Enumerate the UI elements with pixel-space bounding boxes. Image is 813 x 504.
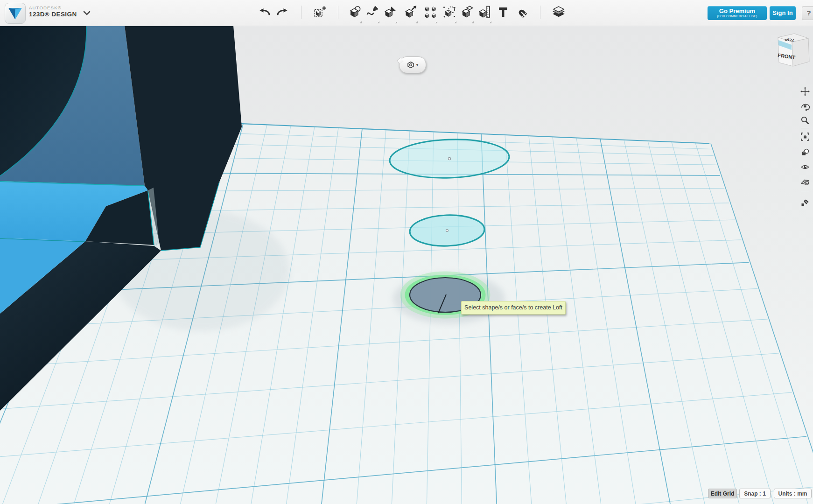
fit-icon[interactable] — [800, 132, 810, 141]
grid-visibility-icon[interactable] — [800, 177, 810, 187]
view-cube[interactable]: TOP FRONT — [765, 28, 813, 75]
hide-show-eye-icon[interactable] — [800, 162, 810, 172]
go-premium-sub: (FOR COMMERCIAL USE) — [708, 14, 767, 18]
sign-in-button[interactable]: Sign In — [770, 6, 796, 20]
loft-options-bubble[interactable]: ▾ — [399, 56, 426, 73]
chevron-down-icon: ▾ — [416, 63, 419, 67]
snap-setting-button[interactable]: Snap : 1 — [739, 489, 771, 498]
snap-toggle-icon[interactable] — [800, 197, 810, 207]
construct-icon[interactable] — [383, 5, 397, 19]
circle-center-point — [448, 157, 450, 160]
loft-tooltip: Select shape/s or face/s to create Loft — [461, 301, 566, 315]
dropdown-mark — [359, 21, 362, 23]
dropdown-mark — [435, 21, 437, 23]
primitives-icon[interactable] — [348, 5, 362, 19]
viewport-3d[interactable] — [0, 0, 813, 504]
dropdown-mark — [415, 21, 418, 23]
dropdown-mark — [377, 21, 379, 23]
dropdown-mark — [489, 21, 491, 23]
toolbar-divider — [301, 6, 301, 19]
material-icon[interactable] — [800, 148, 810, 157]
snap-icon[interactable] — [514, 5, 528, 19]
orbit-icon[interactable] — [800, 102, 810, 111]
toolbar-divider — [801, 128, 809, 128]
go-premium-label: Go Premium — [708, 7, 767, 14]
app-logo[interactable] — [5, 3, 26, 24]
undo-icon[interactable] — [258, 5, 272, 19]
combine-icon[interactable] — [460, 5, 474, 19]
pan-icon[interactable] — [800, 87, 810, 96]
materials-icon[interactable] — [552, 5, 566, 19]
units-setting-button[interactable]: Units : mm — [774, 489, 812, 498]
measure-icon[interactable] — [477, 5, 491, 19]
transform-move-icon[interactable] — [313, 5, 327, 19]
sketch-icon[interactable] — [365, 5, 379, 19]
dropdown-mark — [395, 21, 397, 23]
dropdown-mark — [454, 21, 456, 23]
brand-text: AUTODESK® 123D® DESIGN — [29, 6, 77, 18]
go-premium-button[interactable]: Go Premium (FOR COMMERCIAL USE) — [708, 6, 767, 20]
dropdown-mark — [471, 21, 474, 23]
modify-icon[interactable] — [404, 5, 418, 19]
toolbar-divider — [338, 6, 338, 19]
123d-logo-icon — [5, 3, 25, 23]
text-icon[interactable] — [496, 5, 510, 19]
redo-icon[interactable] — [275, 5, 289, 19]
brand-product: 123D® DESIGN — [29, 11, 77, 18]
app-header: AUTODESK® 123D® DESIGN — [0, 0, 813, 26]
app-menu-chevron-icon[interactable] — [83, 10, 91, 16]
brand-autodesk: AUTODESK® — [29, 6, 77, 11]
toolbar-divider — [540, 6, 540, 19]
view-cube-right-face[interactable] — [792, 38, 809, 66]
zoom-icon[interactable] — [800, 116, 810, 125]
loft-options-hexagon-icon — [407, 61, 414, 69]
edit-grid-button[interactable]: Edit Grid — [708, 489, 737, 498]
help-button[interactable]: ? — [802, 6, 813, 20]
circle-center-point — [446, 230, 449, 232]
grouping-icon[interactable] — [442, 5, 456, 19]
toolbar-divider — [801, 192, 809, 192]
navigation-toolbar — [796, 82, 813, 215]
pattern-icon[interactable] — [423, 5, 437, 19]
